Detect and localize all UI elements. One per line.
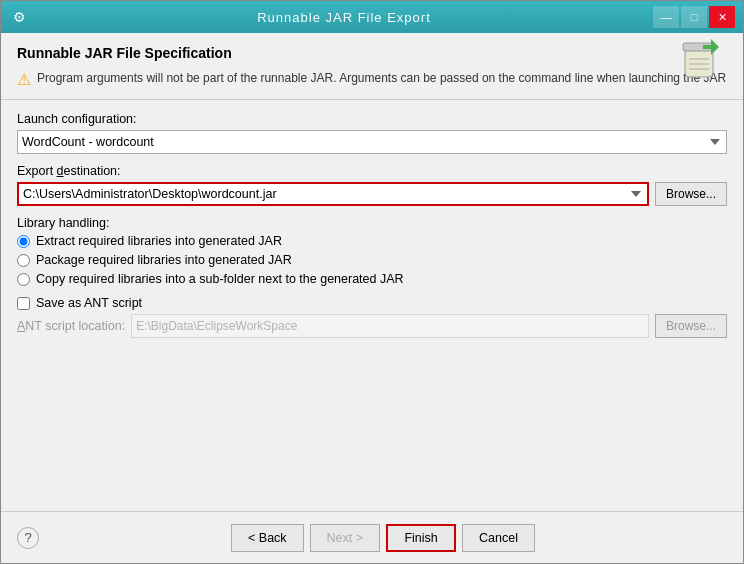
radio-copy-label: Copy required libraries into a sub-folde… — [36, 272, 404, 286]
title-bar: ⚙ Runnable JAR File Export — □ ✕ — [1, 1, 743, 33]
title-controls: — □ ✕ — [653, 6, 735, 28]
export-dest-select[interactable]: C:\Users\Administrator\Desktop\wordcount… — [17, 182, 649, 206]
body-section: Launch configuration: WordCount - wordco… — [1, 100, 743, 511]
export-dest-group: Export destination: C:\Users\Administrat… — [17, 164, 727, 206]
library-radio-group: Extract required libraries into generate… — [17, 234, 727, 286]
window-title: Runnable JAR File Export — [35, 10, 653, 25]
svg-rect-0 — [685, 49, 713, 77]
maximize-button[interactable]: □ — [681, 6, 707, 28]
library-handling-group: Library handling: Extract required libra… — [17, 216, 727, 286]
ant-script-checkbox[interactable] — [17, 297, 30, 310]
footer-buttons: < Back Next > Finish Cancel — [39, 524, 727, 552]
help-button[interactable]: ? — [17, 527, 39, 549]
radio-copy[interactable]: Copy required libraries into a sub-folde… — [17, 272, 727, 286]
warning-text: Program arguments will not be part of th… — [37, 69, 726, 87]
ant-script-label: Save as ANT script — [36, 296, 142, 310]
cancel-button[interactable]: Cancel — [462, 524, 535, 552]
radio-package[interactable]: Package required libraries into generate… — [17, 253, 727, 267]
header-section: Runnable JAR File Specification ⚠ Progra… — [1, 33, 743, 100]
launch-config-group: Launch configuration: WordCount - wordco… — [17, 112, 727, 154]
next-button[interactable]: Next > — [310, 524, 380, 552]
window-icon: ⚙ — [9, 7, 29, 27]
radio-extract-input[interactable] — [17, 235, 30, 248]
minimize-button[interactable]: — — [653, 6, 679, 28]
ant-location-label: ANT script location: — [17, 319, 125, 333]
ant-location-select: E:\BigData\EclipseWorkSpace — [131, 314, 649, 338]
ant-checkbox-row: Save as ANT script — [17, 296, 727, 310]
radio-package-input[interactable] — [17, 254, 30, 267]
warning-icon: ⚠ — [17, 70, 31, 89]
finish-button[interactable]: Finish — [386, 524, 456, 552]
ant-script-group: Save as ANT script ANT script location: … — [17, 296, 727, 338]
radio-extract[interactable]: Extract required libraries into generate… — [17, 234, 727, 248]
footer: ? < Back Next > Finish Cancel — [1, 511, 743, 563]
export-browse-button[interactable]: Browse... — [655, 182, 727, 206]
radio-copy-input[interactable] — [17, 273, 30, 286]
warning-row: ⚠ Program arguments will not be part of … — [17, 69, 727, 89]
close-button[interactable]: ✕ — [709, 6, 735, 28]
radio-extract-label: Extract required libraries into generate… — [36, 234, 282, 248]
svg-rect-3 — [703, 45, 713, 49]
export-dest-row: C:\Users\Administrator\Desktop\wordcount… — [17, 182, 727, 206]
jar-illustration — [675, 31, 727, 83]
page-title: Runnable JAR File Specification — [17, 45, 727, 61]
radio-package-label: Package required libraries into generate… — [36, 253, 292, 267]
library-handling-label: Library handling: — [17, 216, 727, 230]
content-area: Runnable JAR File Specification ⚠ Progra… — [1, 33, 743, 563]
launch-config-row: WordCount - wordcount — [17, 130, 727, 154]
launch-config-label: Launch configuration: — [17, 112, 727, 126]
ant-location-row: ANT script location: E:\BigData\EclipseW… — [17, 314, 727, 338]
main-window: ⚙ Runnable JAR File Export — □ ✕ Runnabl… — [0, 0, 744, 564]
launch-config-select[interactable]: WordCount - wordcount — [17, 130, 727, 154]
export-dest-label: Export destination: — [17, 164, 727, 178]
ant-browse-button: Browse... — [655, 314, 727, 338]
back-button[interactable]: < Back — [231, 524, 304, 552]
